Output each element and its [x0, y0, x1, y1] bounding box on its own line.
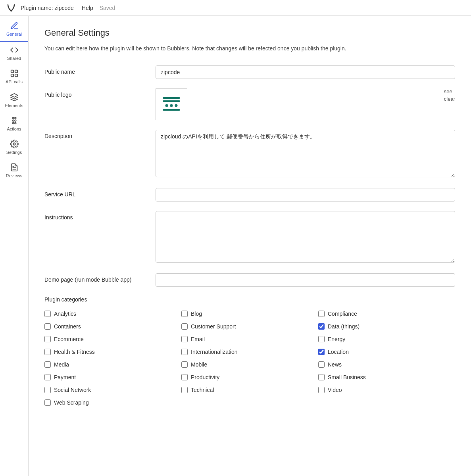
category-label-video: Video	[328, 387, 342, 393]
category-checkbox-customer_support[interactable]	[181, 323, 188, 330]
category-item-video: Video	[318, 385, 455, 395]
service-url-control	[156, 188, 455, 202]
category-checkbox-energy[interactable]	[318, 336, 325, 342]
svg-point-8	[14, 120, 16, 121]
svg-point-10	[13, 143, 15, 145]
public-name-input[interactable]: zipcode	[156, 65, 455, 79]
category-item-small_business: Small Business	[318, 372, 455, 382]
category-checkbox-containers[interactable]	[44, 323, 51, 330]
category-item-ecommerce: Ecommerce	[44, 334, 181, 344]
category-checkbox-news[interactable]	[318, 361, 325, 368]
svg-point-9	[14, 122, 16, 124]
svg-rect-3	[15, 74, 17, 77]
category-checkbox-payment[interactable]	[44, 374, 51, 380]
help-link[interactable]: Help	[82, 5, 93, 11]
main-layout: General Shared API calls Elements Action	[0, 16, 471, 476]
category-label-social_network: Social Network	[54, 387, 91, 393]
logo-area: see clear	[156, 88, 455, 120]
category-checkbox-media[interactable]	[44, 361, 51, 368]
instructions-row: Instructions	[44, 211, 455, 264]
actions-icon	[10, 116, 19, 125]
category-checkbox-productivity[interactable]	[181, 374, 188, 380]
category-checkbox-internationalization[interactable]	[181, 349, 188, 355]
category-checkbox-web_scraping[interactable]	[44, 399, 51, 406]
category-item-social_network: Social Network	[44, 385, 181, 395]
svg-rect-2	[11, 74, 13, 77]
code-icon	[10, 46, 19, 54]
app-logo	[6, 3, 16, 13]
category-label-small_business: Small Business	[328, 374, 366, 380]
category-checkbox-blog[interactable]	[181, 311, 188, 317]
category-checkbox-location[interactable]	[318, 349, 325, 355]
category-checkbox-small_business[interactable]	[318, 374, 325, 380]
category-label-health_fitness: Health & Fitness	[54, 349, 95, 355]
category-label-containers: Containers	[54, 323, 81, 330]
category-item-media: Media	[44, 360, 181, 369]
public-name-label: Public name	[44, 65, 156, 75]
category-label-energy: Energy	[328, 336, 345, 342]
svg-point-17	[170, 104, 173, 107]
api-icon	[10, 69, 19, 78]
logo-box	[156, 88, 187, 120]
description-textarea[interactable]: zipcloud のAPIを利用して 郵便番号から住所が取得できます。	[156, 130, 455, 177]
category-label-compliance: Compliance	[328, 311, 357, 317]
category-item-data_things: Data (things)	[318, 322, 455, 331]
category-item-energy: Energy	[318, 334, 455, 344]
category-checkbox-email[interactable]	[181, 336, 188, 342]
sidebar-item-general[interactable]: General	[0, 17, 28, 42]
instructions-textarea[interactable]	[156, 211, 455, 263]
svg-point-16	[165, 104, 168, 107]
svg-point-7	[14, 117, 16, 119]
category-checkbox-health_fitness[interactable]	[44, 349, 51, 355]
category-checkbox-ecommerce[interactable]	[44, 336, 51, 342]
category-label-email: Email	[191, 336, 205, 342]
sidebar-item-shared[interactable]: Shared	[0, 42, 28, 65]
category-checkbox-analytics[interactable]	[44, 311, 51, 317]
service-url-input[interactable]	[156, 188, 455, 202]
page-description: You can edit here how the plugin will be…	[44, 44, 455, 53]
category-checkbox-compliance[interactable]	[318, 311, 325, 317]
category-item-containers: Containers	[44, 322, 181, 331]
category-item-internationalization: Internationalization	[181, 347, 318, 357]
category-label-mobile: Mobile	[191, 361, 207, 368]
category-label-media: Media	[54, 361, 69, 368]
reviews-icon	[10, 163, 19, 172]
category-label-internationalization: Internationalization	[191, 349, 238, 355]
sidebar-item-api-calls[interactable]: API calls	[0, 65, 28, 88]
category-checkbox-data_things[interactable]	[318, 323, 325, 330]
category-checkbox-video[interactable]	[318, 387, 325, 393]
sidebar-item-reviews[interactable]: Reviews	[0, 159, 28, 182]
service-url-row: Service URL	[44, 188, 455, 202]
category-item-blog: Blog	[181, 309, 318, 319]
category-item-analytics: Analytics	[44, 309, 181, 319]
category-label-news: News	[328, 361, 342, 368]
category-item-email: Email	[181, 334, 318, 344]
category-item-payment: Payment	[44, 372, 181, 382]
instructions-control	[156, 211, 455, 264]
sidebar-item-actions[interactable]: Actions	[0, 112, 28, 136]
sidebar-label-api-calls: API calls	[6, 79, 23, 84]
logo-image	[160, 92, 183, 116]
svg-point-6	[12, 122, 14, 124]
public-logo-control: see clear	[156, 88, 455, 120]
sidebar-label-shared: Shared	[7, 56, 21, 61]
svg-point-4	[12, 117, 14, 119]
logo-see-link[interactable]: see	[444, 88, 455, 94]
category-checkbox-technical[interactable]	[181, 387, 188, 393]
demo-page-input[interactable]	[156, 273, 455, 287]
sidebar-item-elements[interactable]: Elements	[0, 89, 28, 112]
category-item-mobile: Mobile	[181, 360, 318, 369]
sidebar-item-settings[interactable]: Settings	[0, 136, 28, 159]
category-checkbox-mobile[interactable]	[181, 361, 188, 368]
category-item-customer_support: Customer Support	[181, 322, 318, 331]
category-checkbox-social_network[interactable]	[44, 387, 51, 393]
sidebar-label-elements: Elements	[5, 103, 23, 108]
sidebar: General Shared API calls Elements Action	[0, 16, 29, 476]
category-item-technical: Technical	[181, 385, 318, 395]
sidebar-label-actions: Actions	[7, 127, 21, 132]
public-logo-label: Public logo	[44, 88, 156, 98]
category-label-ecommerce: Ecommerce	[54, 336, 84, 342]
logo-clear-link[interactable]: clear	[444, 96, 455, 102]
svg-point-5	[12, 120, 14, 121]
main-content: General Settings You can edit here how t…	[29, 16, 471, 476]
